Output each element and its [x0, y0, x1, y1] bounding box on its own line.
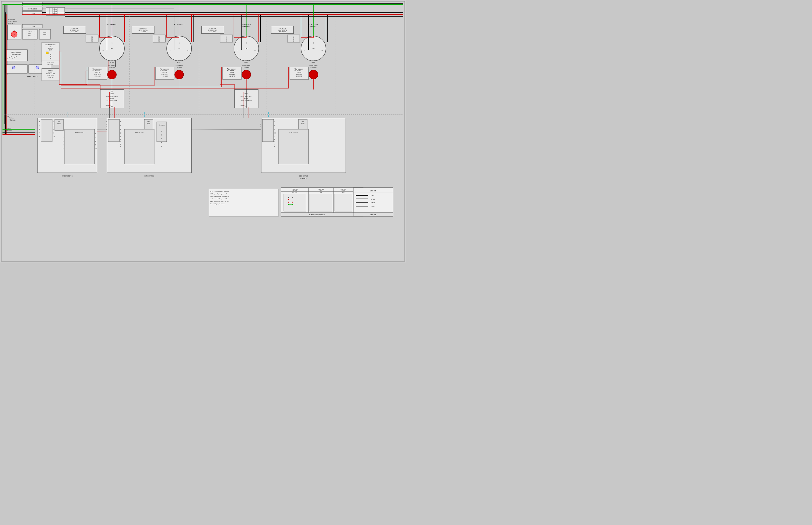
- svg-text:L6-30R: L6-30R: [245, 62, 248, 63]
- svg-rect-246: [108, 119, 119, 142]
- svg-text:POSITION: POSITION: [318, 189, 324, 190]
- svg-text:L1 BUS: L1 BUS: [30, 26, 35, 27]
- svg-text:E-STOP - Maintained: E-STOP - Maintained: [11, 52, 21, 53]
- svg-text:G: G: [179, 43, 179, 44]
- svg-text:CONTACTOR: CONTACTOR: [8, 19, 15, 21]
- svg-point-50: [36, 66, 39, 69]
- svg-text:NO: NO: [293, 41, 294, 42]
- svg-text:120V ELEMENT: 120V ELEMENT: [309, 65, 317, 66]
- svg-text:32 AMP DIN RAIL: 32 AMP DIN RAIL: [139, 30, 147, 31]
- svg-text:LEFT: LEFT: [319, 191, 322, 192]
- svg-text:CONTACTOR: CONTACTOR: [71, 28, 78, 29]
- svg-text:CONTROL: CONTROL: [300, 178, 307, 179]
- svg-text:CONTACTOR: CONTACTOR: [140, 28, 147, 29]
- svg-text:Auber DRCN: Auber DRCN: [8, 23, 14, 24]
- svg-text:L6-30R: L6-30R: [177, 62, 182, 63]
- svg-rect-46: [5, 65, 27, 73]
- svg-text:can be armed. Nothing prevents: can be armed. Nothing prevents both: [210, 198, 229, 200]
- svg-text:NOTE: This design is NOT idiot: NOTE: This design is NOT idiot proof.: [210, 191, 229, 192]
- svg-rect-218: [41, 119, 52, 142]
- svg-text:240V ELEMENT: 240V ELEMENT: [108, 65, 116, 66]
- svg-text:NO: NO: [158, 39, 160, 40]
- svg-text:FIRING LED: FIRING LED: [243, 66, 249, 68]
- svg-text:COIL: COIL: [245, 48, 248, 49]
- svg-text:RTD: RTD: [58, 121, 60, 122]
- svg-text:ENABLE: ENABLE: [95, 70, 100, 72]
- svg-text:L2: L2: [170, 50, 171, 51]
- svg-text:SWITCH: SWITCH: [95, 72, 100, 73]
- svg-text:10: 10: [120, 133, 122, 134]
- svg-text:COIL: COIL: [13, 30, 16, 31]
- svg-text:ON/OFF: ON/OFF: [48, 72, 53, 73]
- svg-text:-   Control  +: - Control +: [105, 105, 111, 106]
- svg-text:NEMA: NEMA: [245, 60, 248, 61]
- svg-text:120V ELEMENT: 120V ELEMENT: [160, 69, 169, 70]
- svg-text:PUMP CONTROL: PUMP CONTROL: [27, 76, 38, 77]
- svg-text:NC: NC: [50, 54, 52, 55]
- svg-text:32 AMP DIN RAIL: 32 AMP DIN RAIL: [208, 30, 217, 31]
- svg-text:1 NO+1 NC: 1 NO+1 NC: [95, 76, 101, 77]
- svg-rect-243: [144, 119, 153, 131]
- svg-text:L6-30R: L6-30R: [110, 62, 114, 63]
- svg-rect-215: [55, 119, 63, 131]
- svg-text:NO: NO: [226, 39, 227, 40]
- svg-text:WIRE SIZE: WIRE SIZE: [370, 214, 376, 215]
- svg-text:2BK: 2BK: [320, 192, 322, 193]
- svg-text:Auber SW6, 2 NC: Auber SW6, 2 NC: [12, 54, 21, 55]
- svg-text:13: 13: [260, 124, 261, 125]
- svg-text:2 NO + 2 NC: 2 NO + 2 NC: [47, 64, 54, 65]
- svg-point-123: [175, 70, 184, 79]
- svg-text:G: G: [313, 43, 314, 44]
- svg-text:NO: NO: [92, 70, 94, 71]
- svg-text:14: 14: [106, 126, 107, 127]
- svg-text:10: 10: [95, 148, 97, 149]
- svg-text:POSITION: POSITION: [292, 189, 298, 190]
- svg-text:6 AWG: 6 AWG: [371, 195, 374, 196]
- svg-text:Auber SYL-2352: Auber SYL-2352: [289, 132, 298, 133]
- svg-text:COIL: COIL: [312, 48, 315, 49]
- svg-text:1 NO+1 NC: 1 NO+1 NC: [296, 76, 302, 77]
- svg-text:L1: L1: [187, 50, 189, 51]
- svg-text:Auber SW16: Auber SW16: [161, 74, 168, 75]
- svg-text:Auber DRCN: Auber DRCN: [209, 31, 216, 33]
- svg-point-331: [288, 199, 289, 200]
- svg-text:63 AMP DIN RAIL: 63 AMP DIN RAIL: [8, 21, 17, 22]
- svg-point-92: [107, 70, 116, 79]
- svg-text:1 Amp: 1 Amp: [43, 32, 46, 33]
- svg-text:120V ELEMENT: 120V ELEMENT: [93, 69, 102, 70]
- svg-text:ENABLE: ENABLE: [230, 70, 234, 72]
- svg-text:NO: NO: [293, 39, 294, 40]
- svg-text:In 30 amp mode, the operator w: In 30 amp mode, the operator will: [210, 193, 227, 195]
- svg-text:10: 10: [274, 133, 276, 134]
- svg-text:NO: NO: [91, 39, 93, 40]
- svg-text:32 AMP DIN RAIL: 32 AMP DIN RAIL: [278, 30, 287, 31]
- svg-text:Fuses: Fuses: [43, 34, 46, 35]
- svg-text:ELEMENT: ELEMENT: [48, 70, 53, 71]
- svg-text:MASH MONITOR: MASH MONITOR: [62, 175, 73, 177]
- svg-text:2BK: 2BK: [49, 46, 52, 47]
- svg-text:NC: NC: [294, 68, 296, 69]
- svg-text:32 Amp: 32 Amp: [53, 9, 57, 11]
- svg-text:Auber SW21: Auber SW21: [47, 62, 54, 63]
- svg-text:1 NO+1 NC: 1 NO+1 NC: [47, 77, 54, 78]
- svg-text:NC: NC: [226, 36, 227, 38]
- svg-rect-312: [353, 188, 393, 216]
- svg-text:240V ELEMENT: 240V ELEMENT: [242, 65, 250, 66]
- svg-text:120V Amber LED: 120V Amber LED: [46, 73, 55, 75]
- svg-text:NC: NC: [227, 68, 229, 69]
- svg-text:1BK, 1HLT: 1BK, 1HLT: [292, 192, 298, 193]
- svg-text:14: 14: [260, 126, 261, 127]
- svg-text:120V ELEMENT: 120V ELEMENT: [228, 69, 236, 70]
- svg-text:2HLT: 2HLT: [49, 49, 52, 51]
- svg-text:Circuit: Circuit: [54, 11, 57, 12]
- svg-text:1BK/1HLT: 1BK/1HLT: [48, 48, 53, 49]
- svg-rect-267: [125, 129, 154, 164]
- svg-text:NC: NC: [293, 36, 294, 38]
- svg-text:BOIL KETTLE: BOIL KETTLE: [299, 175, 308, 177]
- svg-point-179: [309, 70, 318, 79]
- svg-text:L1: L1: [120, 50, 121, 51]
- svg-text:120V ELEMENT: 120V ELEMENT: [175, 65, 183, 66]
- svg-text:10 Amp: 10 Amp: [28, 31, 32, 32]
- svg-text:LINE 1: LINE 1: [7, 116, 10, 117]
- neutral-bus-label: NEUTRAL BUS: [28, 8, 37, 10]
